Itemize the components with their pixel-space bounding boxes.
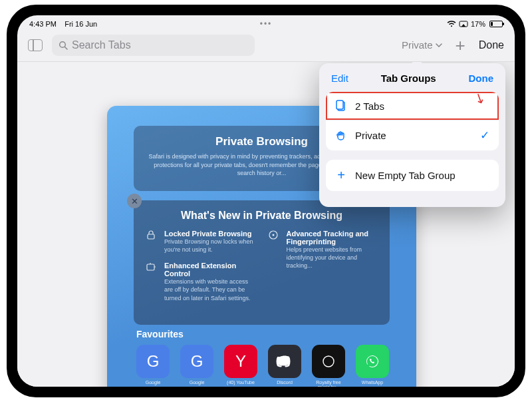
tab-groups-list: 2 Tabs Private ✓ <box>326 92 499 150</box>
popover-done-button[interactable]: Done <box>468 73 493 84</box>
hand-icon <box>335 130 347 142</box>
feature-item: Advanced Tracking and Fingerprinting Hel… <box>268 230 378 270</box>
tile-label: Discord <box>268 380 301 385</box>
tile-label: WhatsApp <box>356 380 389 385</box>
tab-group-row-tabs[interactable]: 2 Tabs <box>326 92 499 120</box>
tab-groups-popover: ↘ Edit Tab Groups Done 2 Tabs <box>319 63 505 207</box>
feature-title: Advanced Tracking and Fingerprinting <box>287 230 378 246</box>
row-label: New Empty Tab Group <box>355 170 456 181</box>
close-icon[interactable]: ✕ <box>127 194 142 208</box>
whats-new-title: What's New in Private Browsing <box>146 210 378 222</box>
svg-point-6 <box>272 234 274 236</box>
wifi-icon <box>447 21 456 27</box>
svg-rect-4 <box>147 264 154 270</box>
favourite-tile[interactable]: GGoogle <box>136 345 170 387</box>
new-tab-group-list: + New Empty Tab Group <box>326 160 499 191</box>
discord-icon <box>268 345 301 378</box>
content-area: Private Browsing Safari is designed with… <box>17 62 515 387</box>
chevron-down-icon <box>436 43 442 47</box>
tile-icon <box>312 345 345 378</box>
tile-label: Royalty free music by... <box>312 380 345 387</box>
search-input[interactable]: Search Tabs <box>52 35 255 56</box>
svg-line-2 <box>65 47 68 49</box>
search-icon <box>59 41 68 50</box>
favourites-title: Favourites <box>136 329 389 339</box>
svg-point-7 <box>323 356 334 367</box>
feature-text: Extensions with website access are off b… <box>164 278 256 302</box>
feature-text: Private Browsing now locks when you're n… <box>164 238 256 254</box>
battery-icon <box>489 21 503 27</box>
popover-title: Tab Groups <box>381 73 436 84</box>
favourites-section: Favourites GGoogle GGoogle Y(40) YouTube… <box>136 329 389 387</box>
battery-pct: 17% <box>471 20 485 28</box>
multitask-dots-icon[interactable]: ••• <box>260 19 273 29</box>
tile-icon: G <box>136 345 170 378</box>
tile-label: (40) YouTube <box>224 380 257 385</box>
svg-rect-10 <box>336 100 343 109</box>
toolbar: Search Tabs Private + Done <box>17 30 515 62</box>
feature-text: Helps prevent websites from identifying … <box>287 246 378 270</box>
tab-group-label: Private <box>402 39 433 51</box>
row-label: Private <box>355 130 386 141</box>
tab-group-row-private[interactable]: Private ✓ <box>326 120 499 150</box>
edit-button[interactable]: Edit <box>331 73 348 84</box>
tile-icon: Y <box>224 345 257 378</box>
screen-mirror-icon <box>459 21 468 27</box>
tile-label: Google <box>136 380 170 385</box>
favourite-tile[interactable]: Royalty free music by... <box>312 345 345 387</box>
tile-label: Google <box>180 380 213 385</box>
puzzle-icon <box>146 262 158 302</box>
popover-header: Edit Tab Groups Done <box>326 70 499 92</box>
favourite-tile[interactable]: Discord <box>268 345 301 387</box>
sidebar-toggle-icon[interactable] <box>28 39 43 51</box>
favourites-row: GGoogle GGoogle Y(40) YouTube Discord Ro… <box>136 345 389 387</box>
tile-icon: G <box>180 345 213 378</box>
new-tab-group-button[interactable]: + New Empty Tab Group <box>326 160 499 191</box>
whats-new-panel: ✕ What's New in Private Browsing Locked … <box>134 200 390 325</box>
row-label: 2 Tabs <box>355 100 384 112</box>
tabs-icon <box>335 100 347 112</box>
plus-icon: + <box>335 168 347 183</box>
svg-rect-3 <box>148 234 154 239</box>
done-button[interactable]: Done <box>479 39 504 51</box>
favourite-tile[interactable]: GGoogle <box>180 345 213 387</box>
new-tab-button[interactable]: + <box>452 37 469 54</box>
status-right: 17% <box>447 20 503 28</box>
feature-item: Locked Private Browsing Private Browsing… <box>146 230 256 254</box>
status-date: Fri 16 Jun <box>65 20 97 28</box>
status-time: 4:43 PM <box>29 20 57 28</box>
feature-title: Enhanced Extension Control <box>164 262 256 278</box>
feature-title: Locked Private Browsing <box>164 230 256 238</box>
favourite-tile[interactable]: WhatsApp <box>356 345 389 387</box>
status-left: 4:43 PM Fri 16 Jun <box>29 20 97 28</box>
favourite-tile[interactable]: Y(40) YouTube <box>224 345 257 387</box>
lock-icon <box>146 230 158 254</box>
tab-group-dropdown[interactable]: Private <box>402 39 442 51</box>
ipad-frame: 4:43 PM Fri 16 Jun ••• 17% Search Tabs P… <box>7 5 525 397</box>
whatsapp-icon <box>356 345 389 378</box>
checkmark-icon: ✓ <box>480 128 489 142</box>
feature-item: Enhanced Extension Control Extensions wi… <box>146 262 256 302</box>
shield-icon <box>268 230 280 270</box>
screen: 4:43 PM Fri 16 Jun ••• 17% Search Tabs P… <box>17 15 515 387</box>
status-bar: 4:43 PM Fri 16 Jun ••• 17% <box>17 15 515 30</box>
search-placeholder: Search Tabs <box>72 39 131 51</box>
